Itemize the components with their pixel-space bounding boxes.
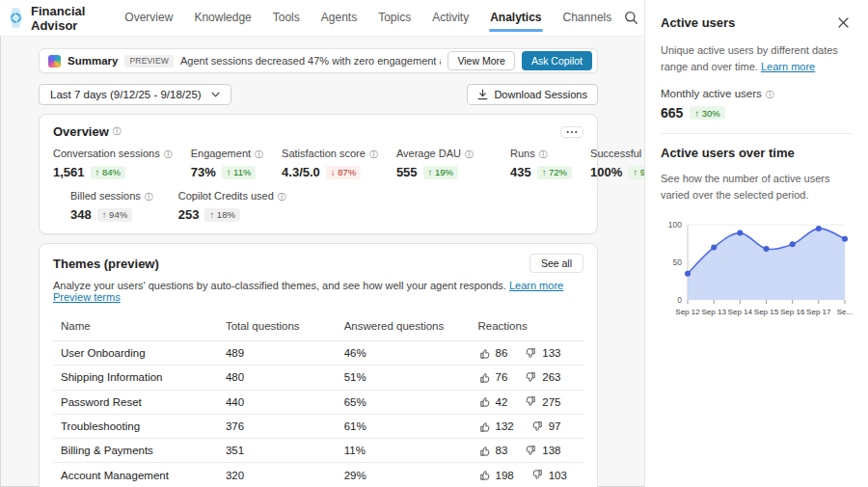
trend-badge: ↑ 11% [222,166,257,179]
theme-answered: 51% [344,371,478,383]
download-sessions-button[interactable]: Download Sessions [467,84,598,105]
thumb-up-icon[interactable] [478,420,491,433]
overview-more-button[interactable] [560,126,583,138]
thumb-up-icon[interactable] [478,445,491,457]
thumb-down-icon[interactable] [531,469,544,481]
column-total-questions[interactable]: Total questions [226,320,344,332]
likes-count: 83 [496,445,508,456]
dislikes-count: 97 [549,420,561,432]
thumb-down-icon[interactable] [531,420,544,433]
theme-name: Billing & Payments [61,445,226,456]
close-icon[interactable] [834,14,853,32]
date-range-value: Last 7 days (9/12/25 - 9/18/25) [50,89,202,100]
learn-more-link[interactable]: Learn more [761,61,815,72]
info-icon[interactable] [113,125,122,138]
trend-badge: ↓ 87% [326,166,361,179]
download-label: Download Sessions [494,89,587,100]
info-icon[interactable] [145,191,153,203]
learn-more-link[interactable]: Learn more [509,280,563,291]
agent-avatar[interactable] [10,8,22,29]
active-users-chart: 050100Sep 12Sep 13Sep 14Sep 15Sep 16Sep … [661,213,853,331]
info-icon[interactable] [278,191,286,203]
themes-title: Themes (preview) [53,257,159,271]
nav-tab-channels[interactable]: Channels [555,1,621,35]
themes-table: Name Total questions Answered questions … [53,316,583,487]
thumb-up-icon[interactable] [478,469,491,481]
nav-tab-knowledge[interactable]: Knowledge [185,1,259,35]
info-icon[interactable] [255,149,263,161]
ask-copilot-button[interactable]: Ask Copilot [522,51,592,70]
theme-total: 480 [226,371,344,383]
theme-answered: 46% [344,347,478,359]
thumb-down-icon[interactable] [525,445,537,457]
view-more-button[interactable]: View More [448,51,514,70]
see-all-button[interactable]: See all [529,254,583,273]
metric-label: Average DAU [396,148,461,159]
trend-badge: ↑ 18% [204,208,239,222]
metric-value: 348 [70,207,92,222]
table-row[interactable]: Shipping Information 480 51% 76 263 [53,365,583,389]
table-body: User Onboarding 489 46% 86 133 Shipping … [53,340,583,487]
thumb-down-icon[interactable] [525,347,537,360]
theme-reactions: 86 133 [478,347,576,360]
theme-reactions: 76 263 [478,371,576,384]
dislikes-count: 263 [542,371,560,383]
nav-tab-activity[interactable]: Activity [423,1,477,35]
nav-tab-overview[interactable]: Overview [116,1,181,35]
theme-total: 376 [226,420,344,432]
theme-total: 320 [226,470,344,481]
thumb-up-icon[interactable] [478,371,491,384]
trend-badge: ↑ 72% [537,166,572,179]
column-reactions[interactable]: Reactions [478,320,576,332]
panel-description: Unique active users by different dates r… [661,42,853,75]
main-nav: Overview Knowledge Tools Agents Topics A… [116,1,620,35]
trend-badge: ↑ 94% [97,208,132,222]
nav-tab-analytics[interactable]: Analytics [481,1,550,35]
thumb-up-icon[interactable] [478,347,491,360]
likes-count: 198 [496,470,514,481]
metric-copilot-credits-used: Copilot Credits used 253 ↑ 18% [178,190,286,222]
copilot-icon [48,55,61,68]
nav-tab-tools[interactable]: Tools [264,1,309,35]
table-row[interactable]: User Onboarding 489 46% 86 133 [53,340,583,365]
svg-text:Sep 16: Sep 16 [780,308,805,316]
dislikes-count: 138 [542,445,560,456]
date-range-dropdown[interactable]: Last 7 days (9/12/25 - 9/18/25) [39,84,231,105]
svg-text:100: 100 [668,220,682,230]
table-row[interactable]: Troubleshooting 376 61% 132 97 [53,414,583,438]
metric-value: 4.3/5.0 [282,165,320,179]
active-tab-underline [489,29,542,32]
panel-divider [661,133,853,134]
thumb-up-icon[interactable] [478,395,491,408]
panel-title: Active users [661,15,735,30]
table-row[interactable]: Billing & Payments 351 11% 83 138 [53,438,583,462]
info-icon[interactable] [539,149,548,161]
summary-text: Agent sessions decreased 47% with zero e… [180,55,441,67]
nav-tab-agents[interactable]: Agents [312,1,366,35]
themes-card: Themes (preview) See all Analyze your us… [39,243,598,487]
info-icon[interactable] [369,149,378,161]
preview-terms-link[interactable]: Preview terms [53,291,121,303]
metric-average-dau: Average DAU 555 ↑ 19% [396,148,474,179]
metric-successful-runs: Successful runs 100% ↑ 91% [590,148,644,179]
theme-reactions: 42 275 [478,395,576,408]
column-name[interactable]: Name [61,320,226,332]
main-content: Summary PREVIEW Agent sessions decreased… [0,37,644,487]
info-icon[interactable] [164,149,173,161]
theme-reactions: 132 97 [478,420,576,433]
metric-billed-sessions: Billed sessions 348 ↑ 94% [70,190,153,222]
metric-label: Runs [510,148,535,159]
table-row[interactable]: Password Reset 440 65% 42 275 [53,390,583,414]
info-icon[interactable] [766,89,774,101]
loop-icon [10,12,22,24]
table-row[interactable]: Account Management 320 29% 198 103 [53,462,583,486]
thumb-down-icon[interactable] [525,371,537,384]
nav-tab-topics[interactable]: Topics [369,1,420,35]
thumb-down-icon[interactable] [525,395,537,408]
themes-description: Analyze your users' questions by auto-cl… [53,280,583,303]
svg-text:0: 0 [677,295,682,305]
info-icon[interactable] [465,149,474,161]
metric-label: Satisfaction score [282,148,366,159]
search-icon[interactable] [620,7,642,29]
column-answered-questions[interactable]: Answered questions [344,320,478,332]
